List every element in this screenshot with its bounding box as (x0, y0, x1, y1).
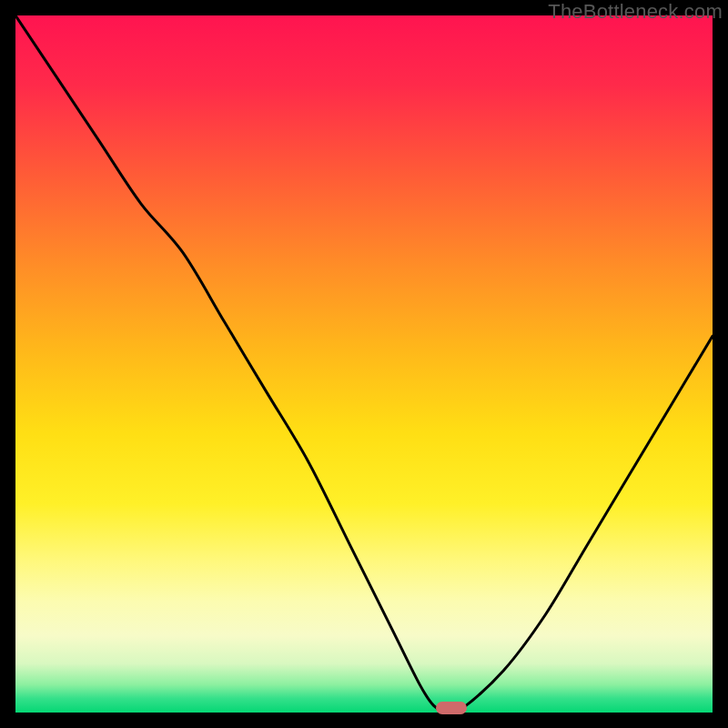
bottleneck-curve (15, 15, 713, 713)
watermark-text: TheBottleneck.com (548, 0, 723, 24)
chart-plot-area (15, 15, 713, 713)
optimal-marker (436, 702, 467, 714)
curve-path (15, 15, 713, 713)
chart-frame: TheBottleneck.com (0, 0, 728, 728)
